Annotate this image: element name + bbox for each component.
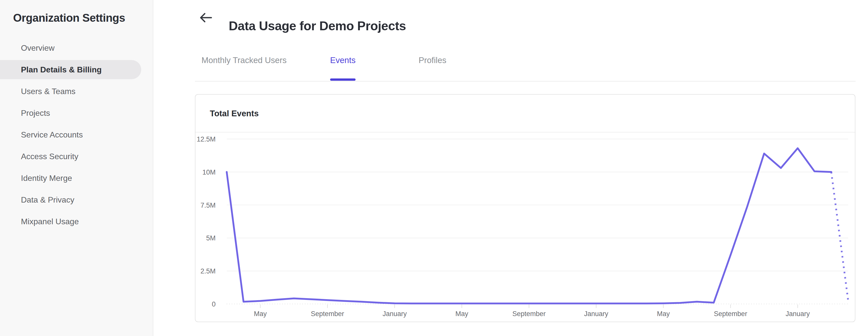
sidebar-item-users-teams[interactable]: Users & Teams: [0, 82, 153, 101]
sidebar-item-identity-merge[interactable]: Identity Merge: [0, 169, 153, 188]
sidebar-item-projects[interactable]: Projects: [0, 103, 153, 123]
sidebar-nav: OverviewPlan Details & BillingUsers & Te…: [0, 38, 153, 234]
sidebar-item-mixpanel-usage[interactable]: Mixpanel Usage: [0, 212, 153, 231]
card-title: Total Events: [210, 109, 259, 118]
arrow-left-icon: [199, 11, 213, 25]
tabs-divider: [195, 81, 856, 82]
sidebar-title: Organization Settings: [13, 11, 125, 24]
back-button[interactable]: [199, 10, 213, 25]
sidebar-item-data-privacy[interactable]: Data & Privacy: [0, 190, 153, 209]
page-title: Data Usage for Demo Projects: [229, 19, 406, 33]
tab-profiles[interactable]: Profiles: [418, 56, 446, 81]
total-events-card: Total Events: [195, 94, 856, 322]
sidebar-item-plan-details-billing[interactable]: Plan Details & Billing: [0, 60, 141, 79]
organization-settings-sidebar: Organization Settings OverviewPlan Detai…: [0, 0, 153, 336]
sidebar-item-overview[interactable]: Overview: [0, 38, 153, 58]
sidebar-item-access-security[interactable]: Access Security: [0, 147, 153, 166]
tab-monthly-tracked-users[interactable]: Monthly Tracked Users: [202, 56, 286, 81]
tab-events[interactable]: Events: [330, 56, 355, 81]
sidebar-item-service-accounts[interactable]: Service Accounts: [0, 125, 153, 144]
card-header-divider: [195, 132, 855, 132]
